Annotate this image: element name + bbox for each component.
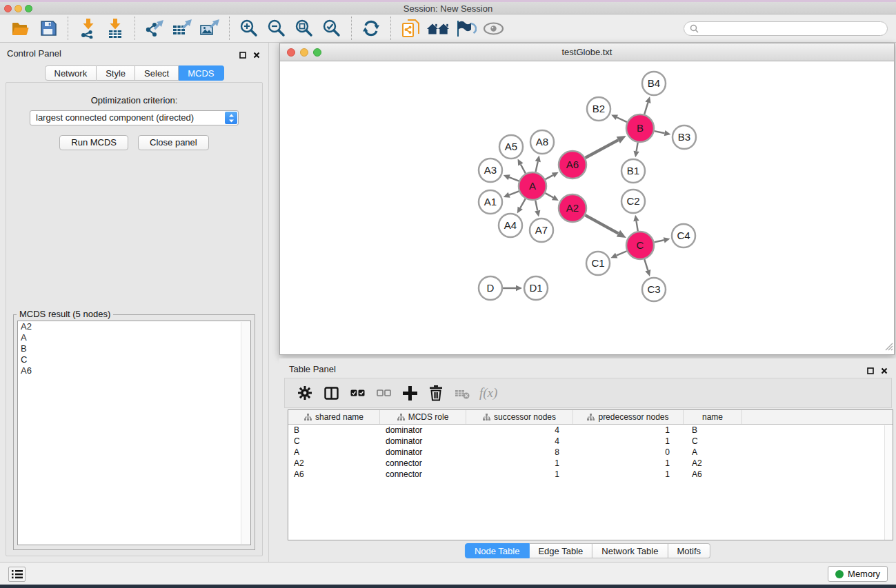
graph-edge[interactable] [546, 175, 553, 179]
graph-edge[interactable] [585, 140, 618, 158]
graph-edge[interactable] [535, 161, 537, 172]
cell-name: B [684, 425, 742, 436]
column-header-successor-nodes[interactable]: successor nodes [466, 410, 573, 424]
run-mcds-button[interactable]: Run MCDS [59, 135, 128, 150]
network-window-titlebar[interactable]: testGlobe.txt [280, 43, 894, 61]
tab-style[interactable]: Style [97, 65, 135, 81]
refresh-button[interactable] [359, 17, 383, 40]
control-panel-title: Control Panel [7, 48, 61, 59]
add-column-button[interactable] [397, 381, 423, 405]
column-header-predecessor-nodes[interactable]: predecessor nodes [573, 410, 684, 424]
cell-name: C [684, 436, 742, 447]
resize-grip-icon[interactable] [884, 341, 893, 354]
mcds-result-list[interactable]: A2ABCA6 [17, 321, 251, 545]
graph-edge-arrowhead [504, 174, 510, 180]
cell-name: A [684, 447, 742, 458]
import-table-button[interactable] [103, 17, 127, 40]
show-panels-button[interactable] [481, 17, 505, 40]
save-session-button[interactable] [37, 17, 60, 40]
table-row[interactable]: A6connector11A6 [288, 469, 893, 480]
list-scrollbar[interactable] [241, 322, 250, 544]
table-scrollbar[interactable] [884, 425, 893, 540]
tab-node-table[interactable]: Node Table [465, 543, 530, 558]
select-all-button[interactable] [344, 381, 370, 405]
graph-node-label: D [487, 282, 495, 294]
tab-motifs[interactable]: Motifs [668, 543, 710, 558]
graph-edge[interactable] [509, 191, 519, 194]
float-panel-button[interactable] [239, 49, 246, 61]
graph-edge[interactable] [637, 143, 638, 152]
table-row[interactable]: Adominator80A [288, 447, 893, 458]
import-network-icon [79, 19, 97, 39]
split-view-button[interactable] [318, 381, 344, 405]
export-network-button[interactable] [143, 17, 166, 40]
hide-panels-button[interactable] [454, 17, 477, 40]
column-header-name[interactable]: name [684, 410, 742, 424]
graph-edge[interactable] [617, 251, 627, 255]
table-settings-button[interactable] [292, 381, 318, 405]
export-image-button[interactable] [198, 17, 221, 40]
tab-network-table[interactable]: Network Table [593, 543, 668, 558]
tab-mcds[interactable]: MCDS [179, 65, 223, 81]
graph-edge[interactable] [636, 221, 637, 232]
import-network-button[interactable] [76, 17, 99, 40]
node-table[interactable]: shared nameMCDS rolesuccessor nodesprede… [288, 409, 893, 540]
search-input[interactable] [699, 23, 887, 34]
tab-select[interactable]: Select [135, 65, 179, 81]
cell-shared-name: A [288, 447, 380, 458]
graph-edge-arrowhead [535, 210, 540, 217]
graph-edge[interactable] [654, 240, 664, 242]
list-item[interactable]: C [18, 354, 250, 365]
function-builder-button[interactable]: f(x) [479, 385, 497, 401]
trash-icon [429, 385, 443, 401]
open-session-button[interactable] [9, 17, 32, 40]
tab-edge-table[interactable]: Edge Table [529, 543, 593, 558]
float-panel-button[interactable] [867, 365, 874, 377]
graph-edge[interactable] [520, 199, 526, 207]
tab-network[interactable]: Network [44, 65, 97, 81]
column-header-mcds-role[interactable]: MCDS role [380, 410, 466, 424]
memory-button[interactable]: Memory [828, 566, 888, 582]
clone-network-button[interactable] [399, 17, 422, 40]
zoom-in-button[interactable] [237, 17, 261, 40]
network-canvas[interactable]: B4B2BB3A5A8A6B1A3AA1C2A2A4A7C4CC1C3DD1 [280, 61, 894, 354]
optimization-select[interactable]: largest connected component (directed) [30, 110, 239, 125]
export-table-button[interactable] [170, 17, 194, 40]
close-panel-button[interactable] [253, 49, 260, 61]
graph-edge[interactable] [655, 131, 665, 133]
home-button[interactable] [426, 17, 450, 40]
search-box[interactable] [684, 21, 888, 36]
graph-node-label: B1 [627, 165, 639, 176]
graph-edge[interactable] [585, 215, 618, 233]
graph-edge[interactable] [535, 201, 537, 211]
table-row[interactable]: A2connector11A2 [288, 458, 893, 469]
graph-node-label: D1 [529, 282, 542, 294]
optimization-select-value: largest connected component (directed) [36, 112, 194, 123]
network-graph[interactable]: B4B2BB3A5A8A6B1A3AA1C2A2A4A7C4CC1C3DD1 [280, 61, 894, 355]
list-item[interactable]: A [18, 332, 250, 343]
zoom-out-button[interactable] [265, 17, 288, 40]
close-panel-button[interactable] [881, 365, 888, 377]
close-panel-action-button[interactable]: Close panel [138, 135, 209, 150]
attribute-type-icon [304, 414, 312, 421]
graph-edge[interactable] [644, 259, 648, 270]
deselect-all-button[interactable] [370, 381, 397, 405]
graph-edge[interactable] [545, 193, 553, 197]
zoom-fit-button[interactable] [292, 17, 316, 40]
graph-node-label: C2 [626, 195, 639, 207]
table-row[interactable]: Bdominator41B [288, 425, 893, 436]
list-item[interactable]: A6 [18, 365, 250, 376]
delete-button[interactable] [423, 381, 449, 405]
delete-table-button[interactable] [449, 381, 475, 405]
graph-edge[interactable] [617, 117, 627, 122]
column-header-shared-name[interactable]: shared name [288, 410, 380, 424]
graph-edge[interactable] [509, 177, 519, 181]
zoom-selected-button[interactable] [320, 17, 344, 40]
task-history-button[interactable] [8, 567, 26, 582]
table-row[interactable]: Cdominator41C [288, 436, 893, 447]
list-item[interactable]: B [18, 343, 250, 354]
graph-edge[interactable] [521, 164, 526, 173]
cell-mcds-role: connector [380, 458, 466, 469]
graph-edge[interactable] [644, 103, 648, 114]
list-item[interactable]: A2 [18, 321, 250, 332]
